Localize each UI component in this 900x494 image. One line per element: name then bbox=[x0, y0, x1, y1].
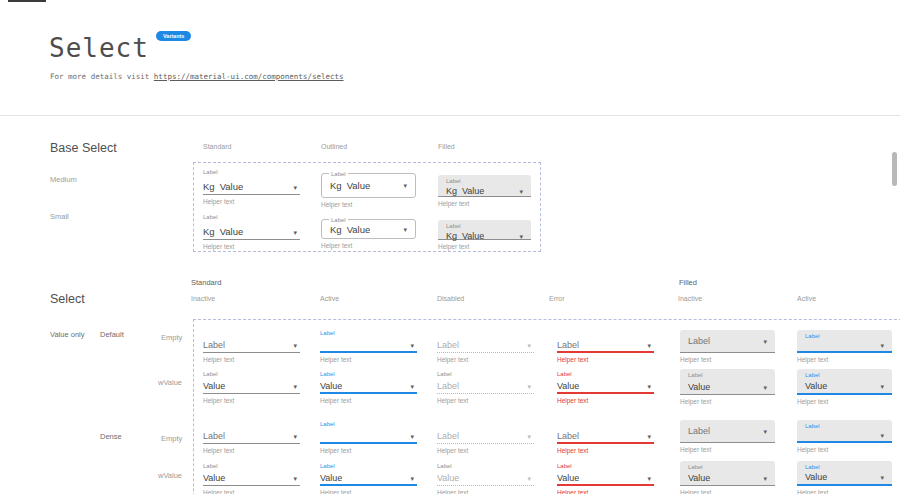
select-value-group: KgValue bbox=[446, 231, 484, 241]
select-label: Label bbox=[329, 170, 348, 178]
select-std-active-empty[interactable]: Label ▾ Helper text bbox=[320, 327, 417, 363]
base-select-outlined-small[interactable]: Label KgValue ▾ Helper text bbox=[321, 213, 416, 249]
select-input: Label KgValue ▾ bbox=[438, 175, 531, 197]
helper-text: Helper text bbox=[557, 447, 654, 454]
helper-text: Helper text bbox=[203, 243, 300, 250]
col-header-outlined: Outlined bbox=[321, 143, 347, 150]
select-label: Label bbox=[805, 422, 884, 431]
dropdown-arrow-icon: ▾ bbox=[527, 341, 531, 350]
select-dense-std-error-value[interactable]: Label Value ▾ Helper text bbox=[557, 460, 654, 494]
helper-text: Helper text bbox=[680, 489, 775, 494]
select-label: Label bbox=[203, 211, 300, 222]
select-input: Label Value ▾ bbox=[680, 461, 775, 486]
select-std-inactive-value[interactable]: Label Value ▾ Helper text bbox=[203, 368, 300, 404]
select-input: Label ▾ bbox=[203, 338, 300, 353]
dropdown-arrow-icon: ▾ bbox=[293, 183, 297, 192]
select-dense-std-inactive-value[interactable]: Label Value ▾ Helper text bbox=[203, 460, 300, 494]
base-select-standard-small[interactable]: Label KgValue ▾ Helper text bbox=[203, 211, 300, 250]
adornment: Kg bbox=[446, 231, 457, 241]
select-label-slot bbox=[437, 418, 534, 429]
select-dense-std-active-empty[interactable]: Label ▾ Helper text bbox=[320, 418, 417, 454]
select-value: Value bbox=[203, 473, 225, 483]
helper-text: Helper text bbox=[203, 356, 300, 363]
dropdown-arrow-icon: ▾ bbox=[763, 383, 767, 392]
select-value: Value bbox=[347, 180, 371, 191]
select-value: Value bbox=[805, 472, 827, 482]
select-dense-filled-inactive-empty[interactable]: Label ▾ Helper text bbox=[680, 420, 775, 453]
helper-text: Helper text bbox=[320, 489, 417, 494]
dropdown-arrow-icon: ▾ bbox=[293, 341, 297, 350]
select-dense-std-error-empty[interactable]: Label ▾ Helper text bbox=[557, 418, 654, 454]
row-set-dense: Dense bbox=[100, 432, 122, 441]
select-dense-filled-inactive-value[interactable]: Label Value ▾ Helper text bbox=[680, 461, 775, 494]
helper-text: Helper text bbox=[437, 489, 534, 494]
select-value-row: ▾ bbox=[805, 341, 884, 350]
select-input: Value ▾ bbox=[203, 379, 300, 394]
dropdown-arrow-icon: ▾ bbox=[293, 432, 297, 441]
helper-text: Helper text bbox=[797, 356, 892, 363]
helper-text: Helper text bbox=[320, 397, 417, 404]
select-input: Value ▾ bbox=[557, 471, 654, 486]
scrollbar-thumb[interactable] bbox=[892, 152, 897, 186]
select-label-slot bbox=[203, 418, 300, 429]
select-dense-std-disabled-value: Label Value ▾ Helper text bbox=[437, 460, 534, 494]
select-placeholder: Label bbox=[437, 431, 459, 441]
select-value-row: Value ▾ bbox=[688, 473, 767, 483]
select-input: Value ▾ bbox=[320, 379, 417, 394]
base-select-filled-small[interactable]: Label KgValue ▾ Helper text bbox=[438, 220, 531, 250]
dropdown-arrow-icon: ▾ bbox=[293, 228, 297, 237]
select-dense-std-inactive-empty[interactable]: Label ▾ Helper text bbox=[203, 418, 300, 454]
dropdown-arrow-icon: ▾ bbox=[763, 474, 767, 483]
select-dense-std-active-value[interactable]: Label Value ▾ Helper text bbox=[320, 460, 417, 494]
select-value: Value bbox=[437, 473, 459, 483]
dropdown-arrow-icon: ▾ bbox=[403, 181, 407, 190]
col-header-std-disabled: Disabled bbox=[437, 295, 464, 302]
helper-text: Helper text bbox=[321, 242, 416, 249]
select-input: ▾ bbox=[320, 338, 417, 353]
helper-text: Helper text bbox=[203, 198, 300, 205]
select-filled-inactive-value[interactable]: Label Value ▾ Helper text bbox=[680, 369, 775, 405]
dropdown-arrow-icon: ▾ bbox=[410, 432, 414, 441]
select-label: Label bbox=[805, 463, 884, 472]
select-value: Value bbox=[320, 473, 342, 483]
dropdown-arrow-icon: ▾ bbox=[763, 337, 767, 346]
select-value-group: KgValue bbox=[446, 186, 484, 196]
select-std-error-empty[interactable]: Label ▾ Helper text bbox=[557, 327, 654, 363]
helper-text: Helper text bbox=[320, 447, 417, 454]
dropdown-arrow-icon: ▾ bbox=[647, 474, 651, 483]
dropdown-arrow-icon: ▾ bbox=[519, 187, 523, 196]
select-filled-active-value[interactable]: Label Value ▾ Helper text bbox=[797, 369, 892, 405]
base-select-filled-medium[interactable]: Label KgValue ▾ Helper text bbox=[438, 175, 531, 207]
select-value: Value bbox=[320, 381, 342, 391]
adornment: Kg bbox=[203, 227, 215, 237]
select-placeholder: Label bbox=[437, 340, 459, 350]
select-std-inactive-empty[interactable]: Label ▾ Helper text bbox=[203, 327, 300, 363]
helper-text: Helper text bbox=[321, 201, 416, 208]
docs-link[interactable]: https://material-ui.com/components/selec… bbox=[154, 72, 344, 81]
select-dense-filled-active-value[interactable]: Label Value ▾ Helper text bbox=[797, 461, 892, 494]
select-value: Value bbox=[462, 231, 484, 241]
variants-badge: Variants bbox=[156, 31, 191, 41]
dropdown-arrow-icon: ▾ bbox=[647, 432, 651, 441]
select-input: Label Value ▾ bbox=[797, 461, 892, 486]
select-filled-inactive-empty[interactable]: Label ▾ Helper text bbox=[680, 330, 775, 363]
dropdown-arrow-icon: ▾ bbox=[647, 382, 651, 391]
select-dense-filled-active-empty[interactable]: Label ▾ Helper text bbox=[797, 420, 892, 453]
select-std-error-value[interactable]: Label Value ▾ Helper text bbox=[557, 368, 654, 404]
select-label: Label bbox=[320, 418, 417, 429]
select-input: ▾ bbox=[320, 429, 417, 444]
helper-text: Helper text bbox=[437, 397, 534, 404]
select-value: Label bbox=[437, 381, 459, 391]
select-input: Label ▾ bbox=[797, 330, 892, 353]
select-input: Label Value ▾ bbox=[680, 369, 775, 395]
base-select-standard-medium[interactable]: Label KgValue ▾ Helper text bbox=[203, 166, 300, 205]
select-std-active-value[interactable]: Label Value ▾ Helper text bbox=[320, 368, 417, 404]
select-label: Label bbox=[203, 368, 300, 379]
divider bbox=[0, 115, 900, 116]
row-label-small: Small bbox=[50, 212, 69, 221]
select-filled-active-empty[interactable]: Label ▾ Helper text bbox=[797, 330, 892, 363]
base-select-outlined-medium[interactable]: Label KgValue ▾ Helper text bbox=[321, 167, 416, 208]
select-value: Value bbox=[805, 381, 827, 391]
select-label: Label bbox=[805, 371, 884, 380]
intro-line: For more details visit https://material-… bbox=[50, 72, 344, 81]
